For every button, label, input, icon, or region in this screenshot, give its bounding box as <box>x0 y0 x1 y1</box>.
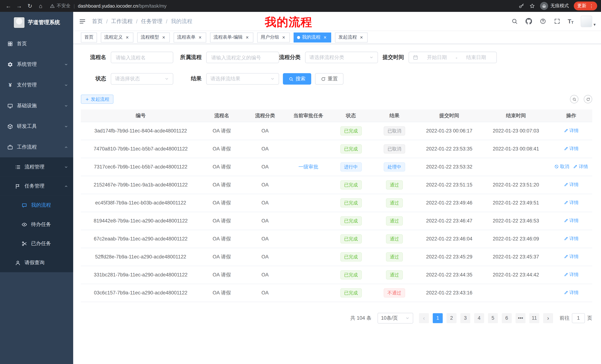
page-button-4[interactable]: 4 <box>474 313 484 323</box>
forward-button[interactable]: → <box>14 1 24 10</box>
sidebar-item-workflow[interactable]: 工作流程 <box>0 137 73 157</box>
reset-button[interactable]: 重置 <box>315 73 343 85</box>
create-process-button[interactable]: 发起流程 <box>81 95 113 104</box>
sidebar-item-system[interactable]: 系统管理 <box>0 54 73 75</box>
sidebar-item-my-process[interactable]: 我的流程 <box>0 196 73 215</box>
sidebar-item-payment[interactable]: ¥支付管理 <box>0 75 73 95</box>
close-icon[interactable]: × <box>322 35 328 40</box>
sidebar-item-process-management[interactable]: 流程管理 <box>0 157 73 176</box>
sidebar-item-label: 我的流程 <box>31 202 51 209</box>
breadcrumb-item[interactable]: 任务管理 <box>141 18 162 25</box>
more-pages-button[interactable]: ••• <box>516 313 526 323</box>
category-select[interactable]: 请选择流程分类 <box>305 52 378 63</box>
cancel-action-link[interactable]: 取消 <box>554 163 569 170</box>
cell-submit-time: 2022-01-22 23:51:15 <box>417 176 482 194</box>
pagination: 共 104 条 10条/页 ‹ 123456•••11 › 前往 页 <box>81 313 592 323</box>
view-tab-label: 流程定义 <box>104 34 123 41</box>
view-tab-3[interactable]: 流程表单× <box>174 32 206 42</box>
back-button[interactable]: ← <box>4 1 13 10</box>
font-size-icon[interactable]: TT <box>568 18 574 25</box>
fullscreen-icon[interactable] <box>554 18 561 25</box>
user-menu[interactable]: ▾ <box>581 16 596 27</box>
page-size-select[interactable]: 10条/页 <box>378 313 413 323</box>
view-tab-6[interactable]: 我的流程× <box>294 32 331 42</box>
close-icon[interactable]: × <box>245 35 250 40</box>
user-icon <box>15 260 21 266</box>
detail-action-link[interactable]: 详情 <box>564 200 579 206</box>
browser-menu-icon[interactable]: ⋮ <box>589 3 594 9</box>
star-icon[interactable] <box>529 3 535 9</box>
view-tab-0[interactable]: 首页 <box>81 32 97 42</box>
reload-button[interactable]: ↻ <box>25 1 35 10</box>
view-tab-1[interactable]: 流程定义× <box>101 32 133 42</box>
hamburger-icon[interactable] <box>79 18 86 25</box>
detail-action-link[interactable]: 详情 <box>564 289 579 296</box>
prev-page-button[interactable]: ‹ <box>419 313 429 323</box>
detail-action-link[interactable]: 详情 <box>573 163 588 170</box>
breadcrumb-item[interactable]: 工作流程 <box>111 18 133 25</box>
page-button-1[interactable]: 1 <box>433 313 443 323</box>
status-select[interactable]: 请选择状态 <box>111 73 173 85</box>
page-button-6[interactable]: 6 <box>502 313 512 323</box>
search-button[interactable]: 搜索 <box>283 73 311 85</box>
search-icon[interactable] <box>511 18 518 25</box>
detail-action-link[interactable]: 详情 <box>564 253 579 260</box>
status-tag: 已完成 <box>340 126 362 135</box>
caret-down-icon: ▾ <box>594 22 596 27</box>
submit-time-range-picker[interactable]: 开始日期 - 结束日期 <box>409 52 497 63</box>
close-icon[interactable]: × <box>125 35 130 40</box>
current-task-link[interactable]: 一级审批 <box>299 164 318 169</box>
sidebar-item-leave-query[interactable]: 请假查询 <box>0 253 73 272</box>
result-select[interactable]: 请选择流结果 <box>206 73 279 85</box>
refresh-table-button[interactable] <box>584 95 592 103</box>
next-page-button[interactable]: › <box>543 313 553 323</box>
close-icon[interactable]: × <box>197 35 203 40</box>
close-icon[interactable]: × <box>161 35 166 40</box>
detail-action-link[interactable]: 详情 <box>564 145 579 152</box>
cell-status: 已完成 <box>330 266 372 284</box>
app-logo[interactable]: 芋道管理系统 <box>0 12 73 33</box>
goto-page-input[interactable] <box>572 313 585 323</box>
page-button-3[interactable]: 3 <box>461 313 471 323</box>
security-label[interactable]: 不安全 <box>57 3 70 9</box>
address-bar[interactable]: 不安全 | dashboard.yudao.iocoder.cn/bpm/tas… <box>50 3 519 9</box>
url-text[interactable]: dashboard.yudao.iocoder.cn/bpm/task/my <box>78 3 167 9</box>
view-tab-4[interactable]: 流程表单-编辑× <box>210 32 253 42</box>
process-name-input[interactable] <box>111 52 173 63</box>
sidebar-item-todo-task[interactable]: 待办任务 <box>0 215 73 234</box>
sidebar-item-done-task[interactable]: 已办任务 <box>0 234 73 253</box>
view-tab-5[interactable]: 用户分组× <box>257 32 290 42</box>
question-icon[interactable] <box>539 18 546 25</box>
font-size-small-t: T <box>571 20 574 25</box>
sidebar-item-label: 系统管理 <box>17 61 37 68</box>
sidebar-item-task-management[interactable]: 任务管理 <box>0 176 73 196</box>
key-icon[interactable] <box>519 3 524 9</box>
breadcrumb-item[interactable]: 首页 <box>92 18 103 25</box>
toggle-search-button[interactable] <box>570 95 578 103</box>
incognito-badge[interactable]: 无痕模式 <box>540 2 569 10</box>
detail-action-link[interactable]: 详情 <box>564 182 579 188</box>
sidebar-item-home[interactable]: 首页 <box>0 33 73 54</box>
close-icon[interactable]: × <box>359 35 364 40</box>
sidebar-item-infrastructure[interactable]: 基础设施 <box>0 95 73 116</box>
detail-action-link[interactable]: 详情 <box>564 127 579 134</box>
page-button-11[interactable]: 11 <box>529 313 539 323</box>
detail-action-link[interactable]: 详情 <box>564 235 579 242</box>
view-tab-7[interactable]: 发起流程× <box>335 32 368 42</box>
view-tab-2[interactable]: 流程模型× <box>137 32 170 42</box>
chevron-down-icon <box>64 165 68 169</box>
detail-action-link[interactable]: 详情 <box>564 217 579 224</box>
edit-icon <box>564 272 568 277</box>
cell-result: 已取消 <box>372 122 417 140</box>
warning-icon <box>50 3 55 9</box>
sidebar-item-dev-tools[interactable]: 研发工具 <box>0 116 73 136</box>
home-button[interactable]: ⌂ <box>36 1 45 10</box>
page-button-5[interactable]: 5 <box>488 313 498 323</box>
browser-update-button[interactable]: 更新 ⋮ <box>574 1 597 10</box>
github-icon[interactable] <box>525 18 532 25</box>
page-button-2[interactable]: 2 <box>446 313 457 323</box>
detail-action-link[interactable]: 详情 <box>564 271 579 278</box>
action-label: 详情 <box>570 145 579 152</box>
owner-process-input[interactable] <box>206 52 279 63</box>
close-icon[interactable]: × <box>281 35 286 40</box>
